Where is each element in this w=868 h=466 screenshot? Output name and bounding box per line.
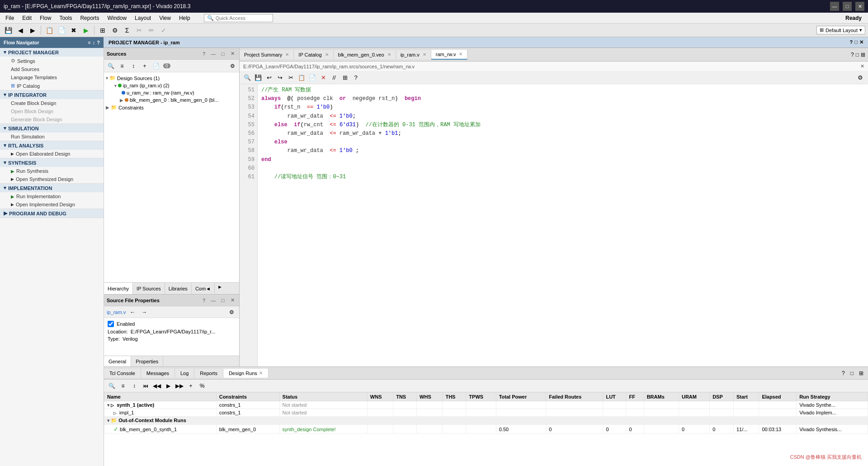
nav-section-rtl-title[interactable]: ▾ RTL ANALYSIS bbox=[0, 141, 104, 150]
ed-tab-blk-close[interactable]: ✕ bbox=[387, 52, 391, 57]
editor-maximize-icon[interactable]: ⊞ bbox=[861, 52, 865, 58]
sources-file-button[interactable]: 📄 bbox=[151, 61, 161, 71]
dr-sort-button[interactable]: ↕ bbox=[129, 381, 139, 391]
tb-run-button[interactable]: ▶ bbox=[80, 25, 91, 36]
close-button[interactable]: ✕ bbox=[855, 2, 864, 11]
tb-sigma-button[interactable]: Σ bbox=[122, 25, 132, 36]
editor-delete-button[interactable]: ✕ bbox=[318, 73, 328, 83]
editor-save-button[interactable]: 💾 bbox=[253, 73, 263, 83]
tb-paste-button[interactable]: 📄 bbox=[56, 25, 67, 36]
sfp-forward-button[interactable]: → bbox=[139, 307, 149, 317]
table-row[interactable]: ✓ blk_mem_gen_0_synth_1 blk_mem_gen_0 sy… bbox=[104, 425, 868, 434]
sfp-maximize-button[interactable]: □ bbox=[219, 296, 227, 304]
bot-help-icon[interactable]: ? bbox=[840, 370, 847, 376]
table-row[interactable]: ▾ 📁 Out-of-Context Module Runs bbox=[104, 417, 868, 425]
tb-cut-button[interactable]: ✂ bbox=[134, 25, 145, 36]
sfp-help-button[interactable]: ? bbox=[200, 296, 208, 304]
editor-path-close[interactable]: ✕ bbox=[860, 63, 864, 69]
ed-tab-ip-ram-close[interactable]: ✕ bbox=[423, 52, 426, 57]
sources-settings-button[interactable]: ⚙ bbox=[227, 61, 237, 71]
synth1-expand2-icon[interactable]: ▷ bbox=[111, 403, 114, 408]
nav-run-simulation[interactable]: Run Simulation bbox=[0, 133, 104, 141]
bot-tab-messages[interactable]: Messages bbox=[141, 369, 175, 378]
dr-percent-button[interactable]: % bbox=[197, 381, 207, 391]
sources-add-button[interactable]: + bbox=[140, 61, 150, 71]
pm-collapse-icon[interactable]: □ bbox=[854, 39, 858, 45]
table-row[interactable]: ▷ impl_1 constrs_1 Not started bbox=[104, 409, 868, 417]
nav-section-impl-title[interactable]: ▾ IMPLEMENTATION bbox=[0, 184, 104, 192]
tree-ip-ram[interactable]: ▾ ip_ram (ip_ram.v) (2) bbox=[104, 82, 239, 89]
nav-run-synthesis[interactable]: ▶ Run Synthesis bbox=[0, 167, 104, 175]
ed-tab-project-summary[interactable]: Project Summary ✕ bbox=[240, 50, 294, 59]
src-tab-ip-sources[interactable]: IP Sources bbox=[133, 283, 165, 294]
ed-tab-ip-ram-v[interactable]: ip_ram.v ✕ bbox=[396, 50, 431, 59]
sfp-enabled-checkbox[interactable] bbox=[108, 321, 114, 327]
nav-open-implemented-design[interactable]: ▶ Open Implemented Design bbox=[0, 200, 104, 209]
synth1-expand-icon[interactable]: ▾ bbox=[107, 403, 109, 408]
tb-settings-button[interactable]: ⚙ bbox=[109, 25, 120, 36]
ed-tab-blk-mem[interactable]: blk_mem_gen_0.veo ✕ bbox=[334, 50, 396, 59]
tree-u-ram-rw[interactable]: u_ram_rw : ram_rw (ram_rw.v) bbox=[104, 89, 239, 96]
sources-filter-button[interactable]: ≡ bbox=[117, 61, 127, 71]
tree-design-sources[interactable]: ▾ 📁 Design Sources (1) bbox=[104, 74, 239, 82]
bot-tab-dr-close[interactable]: ✕ bbox=[259, 371, 263, 376]
editor-comment-button[interactable]: // bbox=[329, 73, 339, 83]
nav-ip-catalog[interactable]: ⊞ IP Catalog bbox=[0, 81, 104, 90]
menu-reports[interactable]: Reports bbox=[76, 14, 103, 22]
bot-tab-reports[interactable]: Reports bbox=[194, 369, 223, 378]
minimize-button[interactable]: — bbox=[830, 2, 839, 11]
nav-section-pm-title[interactable]: ▾ PROJECT MANAGER bbox=[0, 48, 104, 57]
nav-open-block-design[interactable]: Open Block Design bbox=[0, 107, 104, 115]
sources-close-button[interactable]: ✕ bbox=[228, 50, 236, 58]
editor-help2-button[interactable]: ? bbox=[351, 73, 361, 83]
menu-edit[interactable]: Edit bbox=[19, 14, 35, 22]
ed-tab-ip-close[interactable]: ✕ bbox=[325, 52, 329, 57]
editor-config-button[interactable]: ⚙ bbox=[855, 73, 865, 83]
editor-block-button[interactable]: ⊞ bbox=[340, 73, 350, 83]
sfp-tab-properties[interactable]: Properties bbox=[131, 356, 163, 366]
menu-view[interactable]: View bbox=[156, 14, 175, 22]
bot-tab-tcl[interactable]: Tcl Console bbox=[104, 369, 141, 378]
editor-help-icon[interactable]: ? bbox=[851, 52, 854, 58]
flow-nav-collapse-icon[interactable]: ≡ bbox=[88, 40, 90, 45]
tb-check-button[interactable]: ✓ bbox=[158, 25, 169, 36]
menu-help[interactable]: Help bbox=[175, 14, 194, 22]
nav-open-elaborated-design[interactable]: ▶ Open Elaborated Design bbox=[0, 150, 104, 158]
ed-tab-ip-catalog[interactable]: IP Catalog ✕ bbox=[294, 50, 333, 59]
dr-next-button[interactable]: ▶▶ bbox=[175, 381, 184, 391]
sources-maximize-button[interactable]: □ bbox=[219, 50, 227, 58]
ed-tab-ram-rw-close[interactable]: ✕ bbox=[459, 52, 462, 57]
editor-paste-button[interactable]: 📄 bbox=[307, 73, 317, 83]
nav-settings[interactable]: ⚙ Settings bbox=[0, 57, 104, 65]
menu-window[interactable]: Window bbox=[104, 14, 130, 22]
tree-blk-mem-gen[interactable]: ▶ blk_mem_gen_0 : blk_mem_gen_0 (bl... bbox=[104, 96, 239, 104]
editor-cut-button[interactable]: ✂ bbox=[286, 73, 296, 83]
sfp-minimize-button[interactable]: — bbox=[209, 296, 217, 304]
tb-save-button[interactable]: 💾 bbox=[3, 25, 14, 36]
bot-maximize-icon[interactable]: ⊞ bbox=[857, 370, 865, 376]
tb-copy-button[interactable]: 📋 bbox=[44, 25, 55, 36]
ooc-expand-icon[interactable]: ▾ bbox=[107, 418, 109, 423]
menu-tools[interactable]: Tools bbox=[56, 14, 75, 22]
sfp-settings-button[interactable]: ⚙ bbox=[226, 307, 236, 317]
src-tab-com[interactable]: Com◄ bbox=[192, 283, 215, 294]
dr-prev-button[interactable]: ◀◀ bbox=[152, 381, 162, 391]
src-tab-more[interactable]: ► bbox=[215, 283, 225, 294]
pm-close-icon[interactable]: ✕ bbox=[859, 39, 863, 45]
nav-add-sources[interactable]: Add Sources bbox=[0, 65, 104, 73]
editor-collapse-icon[interactable]: □ bbox=[856, 52, 859, 58]
sources-sort-button[interactable]: ↕ bbox=[128, 61, 138, 71]
tb-back-button[interactable]: ◀ bbox=[15, 25, 26, 36]
tb-forward-button[interactable]: ▶ bbox=[27, 25, 38, 36]
flow-nav-expand-icon[interactable]: ↕ bbox=[93, 40, 95, 45]
nav-language-templates[interactable]: Language Templates bbox=[0, 73, 104, 81]
src-tab-hierarchy[interactable]: Hierarchy bbox=[104, 283, 133, 294]
layout-select[interactable]: ⊞ Default Layout ▾ bbox=[816, 26, 865, 34]
dr-filter-button[interactable]: ≡ bbox=[118, 381, 128, 391]
tb-delete-button[interactable]: ✖ bbox=[68, 25, 79, 36]
impl1-expand-icon[interactable]: ▷ bbox=[113, 411, 117, 415]
nav-section-synth-title[interactable]: ▾ SYNTHESIS bbox=[0, 158, 104, 167]
code-content[interactable]: //产生 RAM 写数据 always @( posedge clk or ne… bbox=[258, 84, 868, 366]
dr-play-button[interactable]: ▶ bbox=[163, 381, 173, 391]
bot-collapse-icon[interactable]: □ bbox=[849, 370, 855, 376]
